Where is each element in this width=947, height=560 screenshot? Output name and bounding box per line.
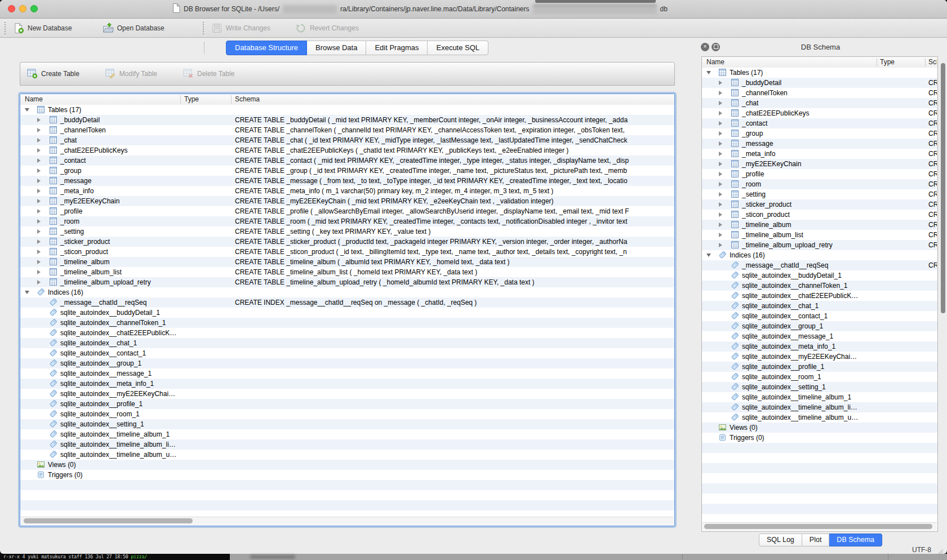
traffic-light-zoom-button[interactable] bbox=[30, 5, 38, 12]
tree-row[interactable]: _groupCREATE TABLE _group ( _id text PRI… bbox=[702, 128, 937, 139]
tree-row[interactable]: _myE2EEKeyChainCREATE TABLE _myE2EEKeyCh… bbox=[702, 159, 937, 169]
tab-db-schema[interactable]: DB Schema bbox=[829, 534, 882, 546]
tree-row[interactable]: _sticker_productCREATE TABLE _sticker_pr… bbox=[702, 199, 937, 210]
column-header-type[interactable]: Type bbox=[880, 58, 895, 66]
tree-row[interactable]: _buddyDetailCREATE TABLE _buddyDetail ( … bbox=[20, 115, 674, 125]
tree-row[interactable]: sqlite_autoindex__timeline_album_1 bbox=[20, 429, 674, 439]
disclosure-collapsed-icon[interactable] bbox=[719, 212, 722, 217]
tree-row[interactable]: _settingCREATE TABLE _setting ( _key tex… bbox=[702, 189, 937, 199]
tree-row[interactable]: sqlite_autoindex__group_1 bbox=[20, 358, 674, 368]
tab-plot[interactable]: Plot bbox=[802, 534, 830, 546]
column-header-name[interactable]: Name bbox=[25, 95, 43, 103]
column-separator[interactable] bbox=[231, 95, 232, 104]
disclosure-expanded-icon[interactable] bbox=[706, 71, 711, 74]
tree-row[interactable]: _sticon_productCREATE TABLE _sticon_prod… bbox=[20, 247, 674, 257]
tree-row[interactable]: _buddyDetailCREATE TABLE _buddyDetail ( … bbox=[702, 78, 937, 88]
tree-row[interactable]: _channelTokenCREATE TABLE _channelToken … bbox=[702, 88, 937, 98]
tree-row[interactable]: sqlite_autoindex__buddyDetail_1 bbox=[702, 270, 937, 281]
vertical-scrollbar-thumb[interactable] bbox=[941, 63, 945, 313]
tab-execute-sql[interactable]: Execute SQL bbox=[428, 41, 488, 55]
tree-row[interactable]: _settingCREATE TABLE _setting ( _key tex… bbox=[20, 226, 674, 237]
disclosure-collapsed-icon[interactable] bbox=[719, 121, 722, 126]
disclosure-collapsed-icon[interactable] bbox=[719, 81, 722, 85]
tree-row[interactable]: _contactCREATE TABLE _contact ( _mid tex… bbox=[20, 155, 674, 166]
tree-row[interactable]: sqlite_autoindex__myE2EEKeyChai… bbox=[20, 389, 674, 399]
tab-edit-pragmas[interactable]: Edit Pragmas bbox=[366, 41, 428, 55]
tree-row[interactable]: sqlite_autoindex__buddyDetail_1 bbox=[20, 308, 674, 318]
tree-row[interactable]: sqlite_autoindex__setting_1 bbox=[20, 419, 674, 429]
tree-row[interactable]: _timeline_album_listCREATE TABLE _timeli… bbox=[702, 230, 937, 240]
disclosure-collapsed-icon[interactable] bbox=[719, 172, 722, 176]
tree-row[interactable]: sqlite_autoindex__chatE2EEPublicK… bbox=[702, 291, 937, 301]
column-separator[interactable] bbox=[180, 95, 181, 104]
disclosure-collapsed-icon[interactable] bbox=[37, 270, 41, 274]
open-database-button[interactable]: Open Database bbox=[103, 23, 164, 34]
disclosure-expanded-icon[interactable] bbox=[706, 254, 711, 257]
tab-browse-data[interactable]: Browse Data bbox=[307, 41, 366, 55]
tree-row[interactable]: Indices (16) bbox=[702, 250, 937, 260]
tree-row[interactable]: sqlite_autoindex__channelToken_1 bbox=[702, 281, 937, 291]
tree-row[interactable]: _message__chatId__reqSeqCREATE INDEX _me… bbox=[702, 260, 937, 270]
column-header-name[interactable]: Name bbox=[706, 58, 724, 66]
disclosure-collapsed-icon[interactable] bbox=[719, 101, 722, 105]
disclosure-collapsed-icon[interactable] bbox=[719, 141, 722, 146]
tree-row[interactable]: _roomCREATE TABLE _room ( _mid text PRIM… bbox=[702, 179, 937, 189]
tree-row[interactable]: sqlite_autoindex__message_1 bbox=[20, 368, 674, 379]
revert-changes-button[interactable]: Revert Changes bbox=[295, 23, 359, 34]
tree-row[interactable]: sqlite_autoindex__timeline_album_1 bbox=[702, 392, 937, 402]
tab-sql-log[interactable]: SQL Log bbox=[759, 534, 802, 546]
tab-database-structure[interactable]: Database Structure bbox=[226, 41, 307, 55]
tree-row[interactable]: sqlite_autoindex__room_1 bbox=[20, 409, 674, 419]
modify-table-button[interactable]: Modify Table bbox=[105, 68, 157, 80]
disclosure-collapsed-icon[interactable] bbox=[719, 182, 722, 186]
tree-row[interactable]: sqlite_autoindex__timeline_album_li… bbox=[702, 402, 937, 412]
tree-row[interactable]: Triggers (0) bbox=[20, 470, 674, 480]
traffic-light-close-button[interactable] bbox=[8, 5, 15, 12]
tree-row[interactable]: _channelTokenCREATE TABLE _channelToken … bbox=[20, 125, 674, 135]
tree-row[interactable]: _meta_infoCREATE TABLE _meta_info ( m_1 … bbox=[702, 149, 937, 159]
tree-row[interactable]: sqlite_autoindex__profile_1 bbox=[702, 362, 937, 372]
disclosure-collapsed-icon[interactable] bbox=[719, 223, 722, 227]
tree-row[interactable]: sqlite_autoindex__timeline_album_u… bbox=[20, 450, 674, 460]
disclosure-collapsed-icon[interactable] bbox=[37, 239, 41, 244]
tree-row[interactable]: _timeline_albumCREATE TABLE _timeline_al… bbox=[702, 220, 937, 230]
delete-table-button[interactable]: Delete Table bbox=[183, 68, 235, 80]
tree-row[interactable]: _timeline_album_upload_retryCREATE TABLE… bbox=[20, 277, 674, 287]
horizontal-scrollbar[interactable] bbox=[703, 522, 937, 531]
disclosure-collapsed-icon[interactable] bbox=[37, 250, 41, 254]
disclosure-collapsed-icon[interactable] bbox=[37, 229, 41, 234]
tree-row[interactable]: Triggers (0) bbox=[702, 433, 937, 443]
tree-row[interactable]: sqlite_autoindex__chatE2EEPublicK… bbox=[20, 328, 674, 338]
tree-row[interactable]: sqlite_autoindex__setting_1 bbox=[702, 382, 937, 392]
tree-row[interactable]: Indices (16) bbox=[20, 287, 674, 297]
tree-row[interactable]: _messageCREATE TABLE _message ( _from te… bbox=[20, 176, 674, 186]
disclosure-collapsed-icon[interactable] bbox=[37, 179, 41, 183]
tree-row[interactable]: sqlite_autoindex__message_1 bbox=[702, 331, 937, 341]
disclosure-collapsed-icon[interactable] bbox=[719, 131, 722, 136]
tree-row[interactable]: sqlite_autoindex__myE2EEKeyChai… bbox=[702, 352, 937, 362]
tree-row[interactable]: sqlite_autoindex__chat_1 bbox=[702, 301, 937, 311]
tree-row[interactable]: _chatCREATE TABLE _chat ( _id text PRIMA… bbox=[702, 98, 937, 108]
disclosure-collapsed-icon[interactable] bbox=[37, 260, 41, 264]
column-header-schema[interactable]: Schema bbox=[235, 95, 260, 103]
disclosure-collapsed-icon[interactable] bbox=[719, 202, 722, 207]
disclosure-collapsed-icon[interactable] bbox=[37, 280, 41, 285]
tree-row[interactable]: _chatE2EEPublicKeysCREATE TABLE _chatE2E… bbox=[702, 108, 937, 118]
column-separator[interactable] bbox=[877, 58, 877, 66]
disclosure-collapsed-icon[interactable] bbox=[37, 209, 41, 214]
tree-row[interactable]: sqlite_autoindex__contact_1 bbox=[702, 311, 937, 321]
column-header-schema[interactable]: Schema bbox=[928, 58, 937, 66]
disclosure-collapsed-icon[interactable] bbox=[37, 148, 41, 153]
disclosure-collapsed-icon[interactable] bbox=[37, 189, 41, 193]
tree-row[interactable]: Tables (17) bbox=[20, 105, 674, 115]
tree-row[interactable]: _profileCREATE TABLE _profile ( _allowSe… bbox=[702, 169, 937, 179]
tree-row[interactable]: _timeline_albumCREATE TABLE _timeline_al… bbox=[20, 257, 674, 267]
tree-row[interactable]: sqlite_autoindex__room_1 bbox=[702, 372, 937, 382]
disclosure-collapsed-icon[interactable] bbox=[37, 118, 41, 122]
tree-row[interactable]: Views (0) bbox=[20, 460, 674, 470]
new-database-button[interactable]: New Database bbox=[13, 23, 72, 34]
tree-row[interactable]: sqlite_autoindex__timeline_album_li… bbox=[20, 439, 674, 450]
tree-row[interactable]: sqlite_autoindex__channelToken_1 bbox=[20, 318, 674, 328]
tree-row[interactable]: sqlite_autoindex__meta_info_1 bbox=[20, 379, 674, 389]
tree-row[interactable]: _timeline_album_upload_retryCREATE TABLE… bbox=[702, 240, 937, 250]
